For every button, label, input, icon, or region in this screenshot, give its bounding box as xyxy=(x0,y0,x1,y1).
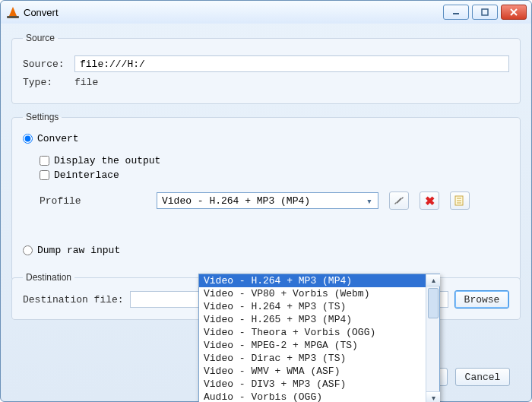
cancel-button[interactable]: Cancel xyxy=(455,368,510,386)
delete-profile-button[interactable]: ✖ xyxy=(420,192,439,210)
profile-option[interactable]: Video - MPEG-2 + MPGA (TS) xyxy=(199,339,426,352)
dump-raw-label: Dump raw input xyxy=(37,245,120,256)
display-output-input[interactable] xyxy=(40,156,49,166)
profile-dropdown[interactable]: Video - H.264 + MP3 (MP4) Video - VP80 +… xyxy=(198,274,440,402)
destination-file-label: Destination file: xyxy=(23,294,124,305)
profile-label: Profile xyxy=(40,195,146,207)
settings-legend: Settings xyxy=(23,112,62,122)
profile-combobox[interactable]: Video - H.264 + MP3 (MP4) ▾ xyxy=(157,192,378,209)
chevron-down-icon: ▾ xyxy=(363,195,375,207)
scroll-down-icon[interactable]: ▾ xyxy=(426,391,440,402)
new-profile-icon xyxy=(454,195,466,207)
source-label: Source: xyxy=(23,59,74,70)
scroll-thumb[interactable] xyxy=(428,288,439,318)
profile-option[interactable]: Video - Theora + Vorbis (OGG) xyxy=(199,326,426,339)
dump-raw-radio[interactable]: Dump raw input xyxy=(23,245,509,256)
profile-option[interactable]: Video - H.265 + MP3 (MP4) xyxy=(199,313,426,326)
maximize-button[interactable] xyxy=(472,5,498,20)
convert-window: Convert Source Source: Type: file xyxy=(0,0,532,402)
edit-profile-button[interactable] xyxy=(389,192,409,210)
vlc-icon xyxy=(7,6,19,18)
close-button[interactable] xyxy=(501,5,527,20)
destination-legend: Destination xyxy=(23,272,74,283)
dropdown-scrollbar[interactable]: ▴ ▾ xyxy=(426,274,439,402)
titlebar[interactable]: Convert xyxy=(1,1,531,24)
display-output-checkbox[interactable]: Display the output xyxy=(40,155,509,166)
profile-option[interactable]: Video - H.264 + MP3 (MP4) xyxy=(199,274,426,287)
window-title: Convert xyxy=(24,7,59,18)
source-legend: Source xyxy=(23,33,58,43)
profile-option[interactable]: Audio - Vorbis (OGG) xyxy=(199,391,426,402)
svg-rect-1 xyxy=(482,9,488,15)
convert-radio-input[interactable] xyxy=(23,134,33,144)
deinterlace-checkbox[interactable]: Deinterlace xyxy=(40,169,509,181)
type-value: file xyxy=(74,77,98,88)
profile-option[interactable]: Video - WMV + WMA (ASF) xyxy=(199,365,426,378)
source-group: Source Source: Type: file xyxy=(11,33,521,104)
deinterlace-input[interactable] xyxy=(40,170,49,180)
profile-selected-text: Video - H.264 + MP3 (MP4) xyxy=(162,195,310,207)
convert-radio-label: Convert xyxy=(37,133,79,144)
source-input[interactable] xyxy=(74,55,509,72)
deinterlace-label: Deinterlace xyxy=(54,169,119,181)
display-output-label: Display the output xyxy=(54,155,160,166)
delete-icon: ✖ xyxy=(425,194,435,208)
new-profile-button[interactable] xyxy=(450,192,470,210)
dump-raw-input[interactable] xyxy=(23,245,33,255)
profile-option[interactable]: Video - H.264 + MP3 (TS) xyxy=(199,300,426,313)
wrench-icon xyxy=(393,195,405,207)
type-label: Type: xyxy=(23,77,74,88)
profile-option-list: Video - H.264 + MP3 (MP4) Video - VP80 +… xyxy=(199,274,426,402)
profile-row: Profile Video - H.264 + MP3 (MP4) ▾ ✖ xyxy=(40,192,509,210)
profile-option[interactable]: Video - VP80 + Vorbis (Webm) xyxy=(199,287,426,300)
profile-option[interactable]: Video - Dirac + MP3 (TS) xyxy=(199,352,426,365)
browse-button[interactable]: Browse xyxy=(454,290,509,309)
profile-option[interactable]: Video - DIV3 + MP3 (ASF) xyxy=(199,378,426,391)
convert-radio[interactable]: Convert xyxy=(23,133,509,144)
minimize-button[interactable] xyxy=(443,5,469,20)
scroll-up-icon[interactable]: ▴ xyxy=(426,274,440,286)
